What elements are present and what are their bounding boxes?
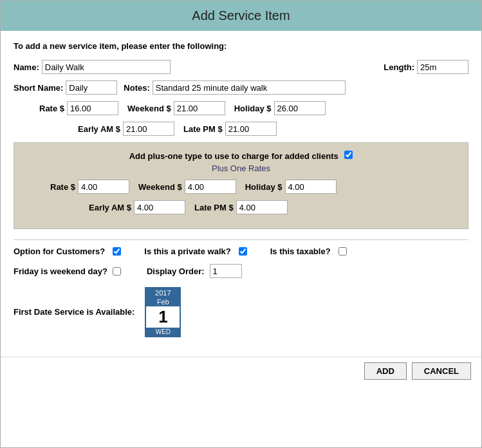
taxable-checkbox[interactable] bbox=[338, 247, 347, 256]
po-holiday-input[interactable] bbox=[285, 180, 337, 194]
short-name-input[interactable] bbox=[66, 80, 117, 95]
option-customers-label: Option for Customers? bbox=[14, 247, 105, 256]
po-rate-label: Rate $ bbox=[50, 182, 75, 192]
weekend-label: Weekend $ bbox=[127, 104, 171, 113]
private-walk-label: Is this a private walk? bbox=[144, 247, 230, 256]
po-rate-input[interactable] bbox=[78, 180, 129, 194]
short-name-label: Short Name: bbox=[14, 83, 63, 93]
intro-text: To add a new service item, please enter … bbox=[14, 41, 468, 51]
cancel-button[interactable]: CANCEL bbox=[412, 362, 471, 380]
po-holiday-label: Holiday $ bbox=[245, 182, 283, 192]
po-early-am-input[interactable] bbox=[134, 200, 185, 214]
name-label: Name: bbox=[14, 62, 39, 72]
po-weekend-input[interactable] bbox=[185, 180, 236, 194]
add-button[interactable]: ADD bbox=[364, 362, 407, 380]
po-weekend-label: Weekend $ bbox=[138, 182, 182, 192]
holiday-label: Holiday $ bbox=[234, 104, 272, 113]
length-label: Length: bbox=[384, 62, 414, 72]
name-input[interactable] bbox=[42, 60, 171, 74]
po-early-am-label: Early AM $ bbox=[89, 203, 131, 212]
cal-day: 1 bbox=[146, 306, 180, 328]
option-customers-checkbox[interactable] bbox=[113, 247, 121, 256]
po-late-pm-input[interactable] bbox=[236, 200, 288, 214]
weekend-input[interactable] bbox=[174, 101, 225, 115]
dialog-title: Add Service Item bbox=[192, 8, 290, 23]
holiday-input[interactable] bbox=[274, 101, 326, 115]
first-date-label: First Date Service is Available: bbox=[14, 307, 134, 317]
late-pm-input[interactable] bbox=[225, 122, 277, 136]
dialog-header: Add Service Item bbox=[1, 1, 481, 31]
private-walk-checkbox[interactable] bbox=[239, 247, 247, 256]
notes-label: Notes: bbox=[124, 83, 149, 93]
display-order-input[interactable] bbox=[210, 264, 242, 278]
plus-one-checkbox[interactable] bbox=[344, 151, 353, 159]
po-late-pm-label: Late PM $ bbox=[194, 203, 234, 212]
friday-weekend-checkbox[interactable] bbox=[113, 267, 121, 275]
rate-label: Rate $ bbox=[39, 104, 64, 113]
display-order-label: Display Order: bbox=[147, 266, 205, 276]
late-pm-label: Late PM $ bbox=[183, 124, 223, 134]
calendar-widget[interactable]: 2017 Feb 1 Wed bbox=[145, 287, 181, 337]
plus-one-subheader-text: Plus One Rates bbox=[212, 163, 270, 173]
plus-one-header-text: Add plus-one type to use to charge for a… bbox=[129, 151, 338, 161]
cal-dow: Wed bbox=[146, 328, 180, 336]
rate-input[interactable] bbox=[67, 101, 118, 115]
taxable-label: Is this taxable? bbox=[270, 247, 331, 256]
length-input[interactable] bbox=[417, 60, 468, 74]
early-am-input[interactable] bbox=[123, 122, 174, 136]
cal-month: Feb bbox=[146, 297, 180, 306]
friday-weekend-label: Friday is weekend day? bbox=[14, 266, 107, 276]
notes-input[interactable] bbox=[153, 80, 346, 95]
early-am-label: Early AM $ bbox=[78, 124, 120, 134]
cal-year: 2017 bbox=[146, 288, 180, 297]
